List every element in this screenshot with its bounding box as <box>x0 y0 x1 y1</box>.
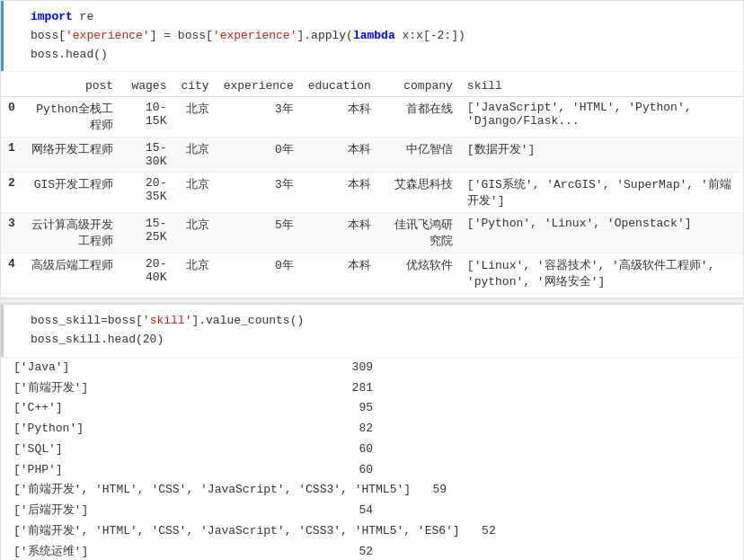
value-count-label: ['SQL'] <box>13 440 337 460</box>
cell-education: 本科 <box>301 97 378 138</box>
value-count-row: ['SQL'] 60 <box>1 440 743 460</box>
col-header-wages: wages <box>120 76 173 97</box>
cell-city: 北京 <box>173 97 216 138</box>
code-line-1: import re <box>31 8 734 27</box>
cell-skill: ['Python', 'Linux', 'Openstack'] <box>460 213 743 253</box>
value-count-label: ['前端开发', 'HTML', 'CSS', 'JavaScript', 'C… <box>13 480 411 501</box>
value-count-label: ['Python'] <box>13 419 337 440</box>
value-count-row: ['后端开发'] 54 <box>1 501 743 521</box>
cell-1-input[interactable]: import re boss['experience'] = boss['exp… <box>1 1 743 71</box>
cell-experience: 0年 <box>217 253 301 294</box>
value-count-row: ['前端开发'] 281 <box>1 378 743 399</box>
data-table-wrapper: post wages city experience education com… <box>1 72 743 298</box>
cell-skill: ['GIS系统', 'ArcGIS', 'SuperMap', '前端开发'] <box>460 173 743 213</box>
value-count-label: ['系统运维'] <box>13 542 337 560</box>
value-count-value: 60 <box>337 460 373 481</box>
code-line-2: boss['experience'] = boss['experience'].… <box>31 27 734 46</box>
value-count-label: ['前端开发'] <box>13 378 337 399</box>
keyword-lambda: lambda <box>353 29 395 42</box>
code-line-3: boss.head() <box>31 46 734 65</box>
value-count-row: ['前端开发', 'HTML', 'CSS', 'JavaScript', 'C… <box>1 480 743 501</box>
cell-city: 北京 <box>173 213 216 253</box>
value-count-value: 82 <box>337 419 373 440</box>
value-count-value: 281 <box>337 378 373 399</box>
cell-company: 艾森思科技 <box>378 173 460 213</box>
cell-city: 北京 <box>173 173 216 213</box>
table-row: 2 GIS开发工程师 20-35K 北京 3年 本科 艾森思科技 ['GIS系统… <box>1 173 743 213</box>
cell-experience: 3年 <box>217 173 301 213</box>
cell-wages: 20-40K <box>120 253 173 294</box>
cell-education: 本科 <box>301 213 378 253</box>
value-count-row: ['系统运维'] 52 <box>1 542 743 560</box>
value-count-value: 309 <box>337 358 373 378</box>
cell-2-output: ['Java'] 309 ['前端开发'] 281 ['C++'] 95 ['P… <box>1 357 743 560</box>
value-count-value: 60 <box>337 440 373 460</box>
col-header-education: education <box>301 76 378 97</box>
value-count-label: ['Java'] <box>13 358 337 378</box>
str-experience-2: 'experience' <box>213 29 297 42</box>
table-row: 4 高级后端工程师 20-40K 北京 0年 本科 优炫软件 ['Linux',… <box>1 253 743 294</box>
str-skill: 'skill' <box>143 314 192 327</box>
cell-skill: ['Linux', '容器技术', '高级软件工程师', 'python', '… <box>460 253 743 294</box>
dataframe-table: post wages city experience education com… <box>1 76 743 294</box>
code-line-4: boss_skill=boss['skill'].value_counts() <box>31 312 734 331</box>
cell-skill: ['JavaScript', 'HTML', 'Python', 'Django… <box>460 97 743 138</box>
cell-skill: [数据开发'] <box>460 138 743 173</box>
cell-1-output: post wages city experience education com… <box>1 71 743 298</box>
value-count-value: 52 <box>337 542 373 560</box>
cell-post: GIS开发工程师 <box>22 173 120 213</box>
value-count-row: ['前端开发', 'HTML', 'CSS', 'JavaScript', 'C… <box>1 521 743 542</box>
cell-experience: 0年 <box>217 138 301 173</box>
cell-company: 首都在线 <box>378 97 460 138</box>
cell-post: 网络开发工程师 <box>22 138 120 173</box>
row-index: 3 <box>1 213 22 253</box>
cell-company: 中亿智信 <box>378 138 460 173</box>
value-count-row: ['C++'] 95 <box>1 398 743 419</box>
col-header-skill: skill <box>460 76 743 97</box>
cell-post: Python全栈工程师 <box>22 97 120 138</box>
cell-education: 本科 <box>301 138 378 173</box>
cell-education: 本科 <box>301 253 378 294</box>
cell-city: 北京 <box>173 253 216 294</box>
keyword-import: import <box>31 10 73 23</box>
cell-post: 高级后端工程师 <box>22 253 120 294</box>
cell-company: 佳讯飞鸿研究院 <box>378 213 460 253</box>
cell-education: 本科 <box>301 173 378 213</box>
row-index: 1 <box>1 138 22 173</box>
str-experience-1: 'experience' <box>66 29 150 42</box>
col-header-company: company <box>378 76 460 97</box>
value-count-row: ['Python'] 82 <box>1 419 743 440</box>
row-index: 0 <box>1 97 22 138</box>
col-header-post: post <box>22 76 120 97</box>
cell-1: import re boss['experience'] = boss['exp… <box>0 0 744 298</box>
row-index: 2 <box>1 173 22 213</box>
code-line-5: boss_skill.head(20) <box>31 331 734 350</box>
cell-wages: 15-30K <box>120 138 173 173</box>
value-count-label: ['C++'] <box>13 398 337 419</box>
cell-post: 云计算高级开发工程师 <box>22 213 120 253</box>
value-counts-list: ['Java'] 309 ['前端开发'] 281 ['C++'] 95 ['P… <box>1 358 743 560</box>
value-count-value: 54 <box>337 501 373 521</box>
cell-2-input[interactable]: boss_skill=boss['skill'].value_counts() … <box>1 305 743 357</box>
col-header-city: city <box>173 76 216 97</box>
value-count-label: ['PHP'] <box>13 460 337 481</box>
col-header-experience: experience <box>217 76 301 97</box>
cell-company: 优炫软件 <box>378 253 460 294</box>
value-count-label: ['后端开发'] <box>13 501 337 521</box>
cell-experience: 3年 <box>217 97 301 138</box>
cell-wages: 15-25K <box>120 213 173 253</box>
cell-wages: 20-35K <box>120 173 173 213</box>
value-count-row: ['PHP'] 60 <box>1 460 743 481</box>
cell-city: 北京 <box>173 138 216 173</box>
table-row: 3 云计算高级开发工程师 15-25K 北京 5年 本科 佳讯飞鸿研究院 ['P… <box>1 213 743 253</box>
value-count-label: ['前端开发', 'HTML', 'CSS', 'JavaScript', 'C… <box>13 521 460 542</box>
cell-wages: 10-15K <box>120 97 173 138</box>
value-count-row: ['Java'] 309 <box>1 358 743 378</box>
table-row: 1 网络开发工程师 15-30K 北京 0年 本科 中亿智信 [数据开发'] <box>1 138 743 173</box>
cell-experience: 5年 <box>217 213 301 253</box>
cell-2: boss_skill=boss['skill'].value_counts() … <box>0 304 744 560</box>
row-index: 4 <box>1 253 22 294</box>
value-count-value: 59 <box>411 480 447 501</box>
value-count-value: 95 <box>337 398 373 419</box>
table-row: 0 Python全栈工程师 10-15K 北京 3年 本科 首都在线 ['Jav… <box>1 97 743 138</box>
